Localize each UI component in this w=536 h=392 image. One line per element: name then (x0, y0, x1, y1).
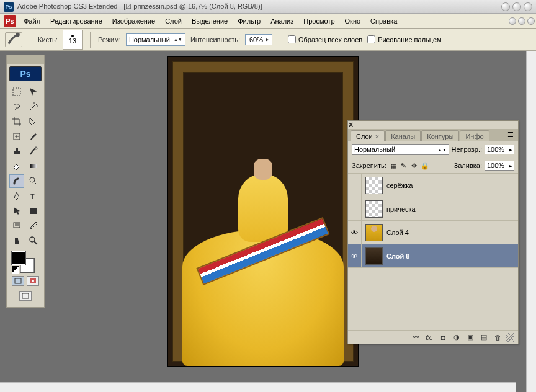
marquee-tool[interactable] (9, 85, 24, 99)
layer-blend-select[interactable]: Нормальный ▲▼ (352, 144, 449, 155)
menu-layer[interactable]: Слой (160, 16, 187, 27)
wand-tool[interactable] (26, 100, 41, 114)
visibility-toggle[interactable] (348, 197, 362, 220)
layer-row[interactable]: причёска (348, 197, 518, 221)
layer-name[interactable]: Слой 8 (386, 252, 409, 260)
type-tool[interactable]: T (26, 189, 41, 203)
delete-layer-icon[interactable]: 🗑 (492, 332, 503, 342)
quickmask-off[interactable] (12, 276, 24, 286)
foreground-color[interactable] (12, 251, 25, 265)
visibility-toggle[interactable] (348, 174, 362, 197)
brush-size: 13 (69, 37, 76, 45)
layer-mask-icon[interactable]: ◘ (437, 332, 449, 342)
lock-position-icon[interactable]: ✥ (410, 161, 419, 170)
sample-all-input[interactable] (288, 35, 296, 43)
finger-paint-checkbox[interactable]: Рисование пальцем (367, 35, 442, 43)
toolbox-grip[interactable] (7, 55, 44, 64)
dodge-tool[interactable] (26, 174, 41, 188)
menu-window[interactable]: Окно (340, 16, 366, 27)
quickmask-on[interactable] (27, 276, 39, 286)
layer-name[interactable]: причёска (386, 205, 416, 213)
close-icon[interactable]: × (375, 133, 379, 140)
panel-close-icon[interactable]: ✕ (348, 121, 354, 128)
layer-thumbnail[interactable] (365, 177, 383, 194)
link-layers-icon[interactable]: ⚯ (410, 332, 421, 342)
visibility-toggle[interactable] (348, 244, 362, 267)
strength-field[interactable]: 60% ▶ (245, 34, 272, 45)
lock-pixels-icon[interactable]: ✎ (400, 161, 408, 170)
stamp-tool[interactable] (9, 145, 24, 158)
visibility-toggle[interactable] (348, 221, 362, 244)
layer-fx-icon[interactable]: fx. (424, 332, 435, 342)
layer-row[interactable]: Слой 4 (348, 221, 518, 244)
finger-paint-label: Рисование пальцем (378, 36, 442, 43)
default-colors-icon[interactable] (12, 266, 19, 274)
svg-rect-4 (30, 164, 37, 168)
sample-all-checkbox[interactable]: Образец всех слоев (288, 35, 362, 43)
tab-info[interactable]: Инфо (460, 130, 489, 141)
tool-preset-picker[interactable] (5, 32, 22, 47)
notes-tool[interactable] (9, 219, 24, 233)
crop-tool[interactable] (9, 115, 24, 128)
menu-edit[interactable]: Редактирование (45, 16, 107, 27)
menu-analysis[interactable]: Анализ (266, 16, 298, 27)
eraser-tool[interactable] (9, 159, 24, 173)
resize-grip[interactable] (506, 333, 514, 342)
horizontal-scrollbar[interactable] (0, 382, 516, 392)
close-button[interactable] (524, 2, 532, 11)
menu-view[interactable]: Просмотр (298, 16, 339, 27)
shape-tool[interactable] (26, 204, 41, 218)
panel-menu-icon[interactable]: ☰ (506, 130, 516, 139)
slice-tool[interactable] (26, 115, 41, 128)
ps-badge: Ps (9, 66, 42, 81)
doc-close-button[interactable] (527, 17, 535, 25)
layer-thumbnail[interactable] (365, 247, 383, 265)
tab-layers[interactable]: Слои× (351, 130, 385, 141)
finger-paint-input[interactable] (367, 35, 375, 43)
hand-tool[interactable] (9, 234, 24, 247)
history-brush-tool[interactable] (26, 145, 41, 158)
menu-select[interactable]: Выделение (187, 16, 233, 27)
brush-tool[interactable] (26, 130, 41, 143)
maximize-button[interactable] (512, 2, 521, 11)
gradient-tool[interactable] (26, 159, 41, 173)
layer-name[interactable]: Слой 4 (386, 229, 409, 236)
eyedropper-tool[interactable] (26, 219, 41, 233)
layer-thumbnail[interactable] (365, 200, 383, 218)
smudge-tool[interactable] (9, 174, 24, 188)
pen-tool[interactable] (9, 189, 24, 203)
zoom-tool[interactable] (26, 234, 41, 247)
healing-tool[interactable] (9, 130, 24, 143)
tab-channels[interactable]: Каналы (385, 130, 421, 141)
layer-name[interactable]: серёжка (386, 182, 413, 189)
menu-file[interactable]: Файл (19, 16, 45, 27)
ps-menu-icon[interactable]: Ps (4, 15, 16, 27)
document-canvas[interactable] (168, 57, 358, 366)
opacity-field[interactable]: 100%▶ (485, 145, 514, 154)
brush-picker[interactable]: 13 (63, 30, 83, 50)
layer-thumbnail[interactable] (365, 224, 383, 241)
adjustment-layer-icon[interactable]: ◑ (451, 332, 462, 342)
vertical-scrollbar[interactable] (526, 51, 536, 392)
menu-image[interactable]: Изображение (107, 16, 160, 27)
doc-minimize-button[interactable] (509, 17, 516, 25)
layer-row[interactable]: серёжка (348, 174, 518, 197)
screen-mode[interactable] (19, 291, 32, 301)
layer-group-icon[interactable]: ▣ (465, 332, 476, 342)
doc-restore-button[interactable] (518, 17, 525, 25)
tab-paths[interactable]: Контуры (421, 130, 459, 141)
new-layer-icon[interactable]: ▤ (478, 332, 489, 342)
lock-all-icon[interactable]: 🔒 (421, 161, 429, 170)
minimize-button[interactable] (501, 2, 510, 11)
layer-row[interactable]: Слой 8 (348, 244, 518, 268)
menu-filter[interactable]: Фильтр (233, 16, 266, 27)
fill-field[interactable]: 100%▶ (485, 161, 514, 171)
lasso-tool[interactable] (9, 100, 24, 114)
lock-transparent-icon[interactable]: ▦ (389, 161, 398, 170)
menu-help[interactable]: Справка (365, 16, 402, 27)
svg-point-12 (32, 280, 34, 282)
path-select-tool[interactable] (9, 204, 24, 218)
blend-mode-select[interactable]: Нормальный ▲▼ (126, 33, 185, 46)
move-tool[interactable] (26, 85, 41, 99)
svg-rect-1 (13, 88, 20, 96)
